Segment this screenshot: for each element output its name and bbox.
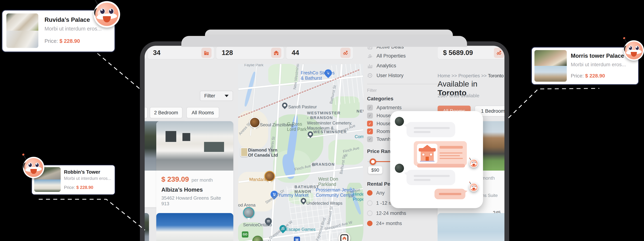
chat-bubble-incoming (406, 170, 455, 185)
stat-value: 44 (292, 49, 299, 57)
radio-icon[interactable] (367, 190, 372, 196)
listing-price: $ 239.09 (161, 175, 189, 183)
map-label: FreshCo Steeles & Bathurst (301, 70, 334, 81)
listing-photo (156, 121, 233, 171)
chat-bubble-incoming (406, 122, 455, 137)
checkbox-icon[interactable]: ✓ (367, 113, 373, 119)
stat-card-revenue: $ 5689.09 (438, 46, 504, 59)
listing-name: Albiza’s Homes (161, 187, 228, 193)
stat-value: 34 (153, 49, 160, 57)
map-label: ServiceOntario (243, 222, 272, 228)
photo-marker[interactable] (249, 117, 260, 128)
property-hand-icon (367, 53, 373, 59)
photo-marker[interactable] (243, 207, 254, 218)
listing-address: 35462 Howard Greens Suite 913 (161, 195, 228, 207)
breadcrumb[interactable]: Home >> Properties >> Toronto (438, 73, 504, 79)
stat-card-deals: 44 (286, 46, 353, 59)
stat-value: $ 5689.09 (443, 49, 473, 57)
sidebar-item-user-history[interactable]: User History (367, 71, 404, 79)
map-label: G Ross Lord Park (287, 121, 306, 132)
radio-icon[interactable] (367, 211, 372, 216)
category-checkbox-row[interactable]: ✓ Houses (367, 112, 393, 119)
badge-card-price: Price: $ 228.90 (64, 185, 93, 190)
badge-card-price: Price: $ 228.90 (44, 38, 80, 44)
price-slider-handle[interactable] (370, 158, 376, 165)
listing-card[interactable]: $ 239.09 per month Albiza’s Homes 35462 … (156, 121, 233, 229)
category-checkbox-row[interactable]: ✓ Apartments (367, 104, 402, 111)
house-icon (271, 48, 281, 58)
sidebar-item-analytics[interactable]: Analytics (367, 62, 396, 70)
badge-card-morris[interactable]: Morris tower Palace Morbi ut interdum er… (531, 47, 639, 85)
filter-section-label: Filter (367, 88, 377, 93)
map-label: Faylie Park (244, 64, 264, 67)
house-illustration (417, 144, 438, 163)
map-label: Hinde Prope (353, 192, 364, 202)
map-label: BATHURST MANOR (294, 185, 319, 194)
rental-radio-row[interactable]: 24+ months (367, 220, 402, 227)
trend-icon (340, 48, 350, 58)
badge-card-title: Ruvida’s Palace (44, 16, 90, 23)
bot-avatar (469, 183, 478, 192)
bot-mascot (23, 157, 44, 178)
radio-icon[interactable] (367, 200, 372, 206)
listing-photo-next[interactable] (156, 213, 233, 241)
badge-card-price: Price: $ 228.90 (571, 73, 605, 79)
chevron-down-icon (224, 95, 228, 97)
map-label: WESTMINSTER - BRANSON (307, 111, 341, 120)
badge-card-desc: Morbi ut interdum eros... (571, 62, 626, 67)
map-label: NEW (356, 109, 364, 114)
rental-radio-row[interactable]: 12-24 months (367, 210, 406, 217)
checkbox-icon[interactable]: ✓ (367, 121, 373, 126)
background-sheet-front (181, 36, 467, 47)
bot-avatar (469, 159, 478, 168)
sidebar-item-all-properties[interactable]: All Properties (367, 52, 406, 60)
filter-dropdown[interactable]: Filter (200, 91, 233, 101)
map-label: Prosserman Jewish Community Centre (316, 187, 356, 198)
history-icon (367, 73, 373, 78)
map-label: West Don Parkland (318, 176, 338, 187)
category-checkbox-row[interactable]: ✓ Rooms (367, 128, 392, 135)
bar-chart-icon (367, 63, 373, 69)
map-label: Undetected Wraps (306, 201, 342, 206)
user-avatar (395, 164, 404, 173)
badge-card-title: Morris tower Palace (571, 53, 624, 59)
chat-overlay (390, 111, 483, 208)
room-filter-button-2bedroom[interactable]: 2 Bedroom (150, 107, 182, 118)
chat-bubble-outgoing (434, 189, 465, 199)
radio-icon[interactable] (367, 221, 372, 226)
map-label: Westminster Cemetery, Mausoleum &... (307, 120, 352, 131)
checkbox-icon[interactable]: ✓ (367, 136, 373, 142)
room-filter-button-partial[interactable] (145, 107, 148, 118)
map-label: The Hangar (259, 239, 282, 241)
category-checkbox-row[interactable]: ✓ Houses (367, 120, 393, 127)
listing-price-period: per month (192, 177, 213, 183)
sidebar-divider (367, 84, 440, 84)
badge-card-title: Robbin’s Tower (64, 169, 100, 175)
badge-card-desc: Morbi ut interdum eros... (44, 26, 102, 32)
stat-card-properties: 34 (148, 46, 214, 59)
map-label: Escape Games (286, 227, 316, 232)
trend-icon (494, 48, 504, 58)
rental-radio-row[interactable]: Any (367, 190, 385, 196)
units-available: 2367 units available (438, 93, 479, 99)
badge-card-photo (6, 13, 38, 48)
map-pin-icon[interactable] (281, 101, 288, 109)
checkbox-icon[interactable]: ✓ (367, 128, 373, 134)
go-transit-badge[interactable]: GO (242, 231, 248, 238)
metro-badge[interactable]: M (294, 237, 300, 241)
map[interactable]: GO M Faylie ParkNew WestminsterFreshCo S… (238, 64, 364, 241)
bot-mascot (624, 40, 644, 61)
chat-property-card[interactable] (414, 141, 467, 166)
map-label: Mandarin (249, 177, 268, 182)
scene: 34 128 44 $ 5689.09 (0, 0, 644, 241)
photo-marker[interactable] (240, 148, 248, 157)
bot-mascot (94, 1, 120, 27)
map-label: od Arena (238, 203, 256, 208)
listing-photo-next (438, 213, 504, 241)
map-label: Comm (355, 134, 364, 139)
stat-value: 128 (222, 49, 233, 57)
categories-heading: Categories (367, 96, 394, 102)
badge-card-photo (534, 50, 567, 82)
room-filter-button-allrooms[interactable]: All Rooms (186, 107, 219, 118)
checkbox-icon[interactable]: ✓ (367, 105, 373, 111)
